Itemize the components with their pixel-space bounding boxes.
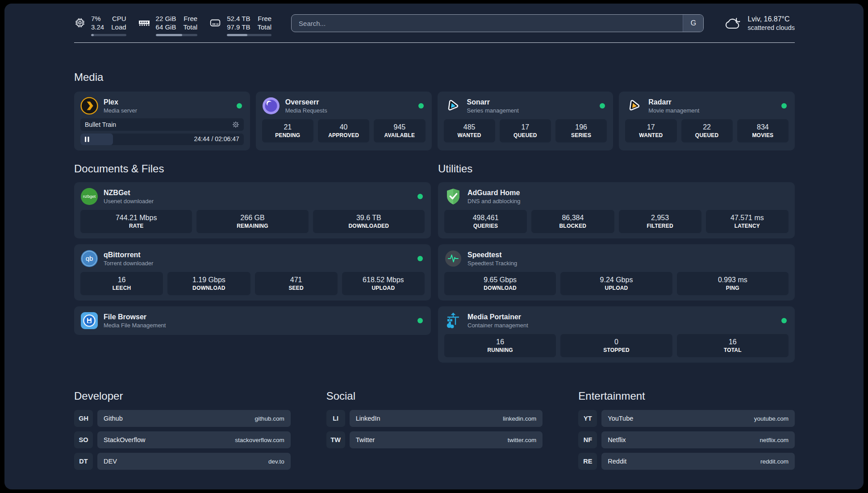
social-section: Social LI LinkedIn linkedin.com TW Twitt… bbox=[326, 389, 543, 448]
app-name: Media Portainer bbox=[467, 313, 528, 322]
link-bar[interactable]: LinkedIn linkedin.com bbox=[350, 410, 543, 427]
ram-label-top: Free bbox=[183, 14, 197, 23]
link-bar[interactable]: Netflix netflix.com bbox=[601, 431, 795, 448]
ram-stat: 22 GiB Free 64 GiB Total bbox=[138, 14, 198, 36]
stat-blocked: 86,384 BLOCKED bbox=[531, 210, 614, 233]
plex-icon bbox=[80, 97, 98, 115]
playback-progress-bar[interactable]: 24:44 / 02:06:47 bbox=[80, 134, 244, 145]
app-card-speedtest[interactable]: Speedtest Speedtest Tracking 9.65 Gbps D… bbox=[438, 244, 795, 301]
entertainment-section: Entertainment YT YouTube youtube.com NF … bbox=[578, 389, 795, 470]
link-youtube[interactable]: YT YouTube youtube.com bbox=[578, 410, 795, 427]
utilities-column: AdGuard Home DNS and adblocking 498,461 … bbox=[438, 182, 795, 363]
now-playing-row: Bullet Train bbox=[80, 118, 244, 131]
disk-label-bottom: Total bbox=[257, 23, 271, 31]
link-bar[interactable]: YouTube youtube.com bbox=[601, 410, 795, 427]
search-input[interactable] bbox=[291, 14, 704, 32]
link-stackoverflow[interactable]: SO StackOverflow stackoverflow.com bbox=[74, 431, 291, 448]
cpu-stat: 7% CPU 3.24 Load bbox=[74, 14, 126, 36]
stat-wanted: 17 WANTED bbox=[625, 119, 676, 142]
stat-approved: 40 APPROVED bbox=[318, 119, 369, 142]
cloud-icon bbox=[724, 16, 742, 30]
status-online-dot bbox=[417, 256, 423, 261]
app-description: Media server bbox=[104, 107, 137, 114]
stat-leech: 16 LEECH bbox=[80, 272, 163, 295]
stat-download: 1.19 Gbps DOWNLOAD bbox=[167, 272, 250, 295]
app-head-adguard[interactable]: AdGuard Home DNS and adblocking bbox=[444, 188, 789, 205]
section-title-social: Social bbox=[326, 389, 543, 403]
nzbget-icon: nzbget bbox=[80, 188, 98, 205]
pause-icon[interactable] bbox=[85, 137, 89, 142]
link-github[interactable]: GH Github github.com bbox=[74, 410, 291, 427]
link-abbr-badge: NF bbox=[578, 431, 597, 448]
app-description: Usenet downloader bbox=[104, 197, 154, 205]
stat-rate: 744.21 Mbps RATE bbox=[80, 210, 192, 233]
app-head-overseerr[interactable]: Overseerr Media Requests bbox=[262, 97, 426, 115]
documents-column: nzbget NZBGet Usenet downloader 744.21 M… bbox=[74, 182, 431, 335]
section-title-utilities: Utilities bbox=[438, 162, 795, 175]
link-abbr-badge: GH bbox=[74, 410, 93, 427]
ram-free-value: 22 GiB bbox=[156, 14, 176, 23]
app-card-adguard[interactable]: AdGuard Home DNS and adblocking 498,461 … bbox=[438, 182, 795, 238]
ram-label-bottom: Total bbox=[183, 23, 197, 31]
link-reddit[interactable]: RE Reddit reddit.com bbox=[578, 453, 795, 470]
link-dev[interactable]: DT DEV dev.to bbox=[74, 453, 291, 470]
middle-columns: Documents & Files Utilities nzbget NZBGe… bbox=[74, 162, 795, 363]
link-twitter[interactable]: TW Twitter twitter.com bbox=[326, 431, 543, 448]
status-online-dot bbox=[417, 194, 423, 199]
radarr-icon bbox=[625, 97, 643, 115]
system-stats: 7% CPU 3.24 Load 22 GiB Free 64 GiB Tota… bbox=[74, 13, 271, 36]
disk-free-value: 52.4 TB bbox=[227, 14, 250, 23]
link-bar[interactable]: StackOverflow stackoverflow.com bbox=[97, 431, 291, 448]
weather-location-temp: Lviv, 16.87°C bbox=[747, 14, 795, 24]
app-name: NZBGet bbox=[104, 188, 154, 197]
app-name: Speedtest bbox=[467, 251, 517, 259]
status-online-dot bbox=[781, 318, 787, 323]
cpu-icon bbox=[74, 17, 86, 29]
link-bar[interactable]: Reddit reddit.com bbox=[601, 453, 795, 470]
section-title-documents: Documents & Files bbox=[74, 162, 431, 175]
app-card-nzbget[interactable]: nzbget NZBGet Usenet downloader 744.21 M… bbox=[74, 182, 431, 238]
section-title-developer: Developer bbox=[74, 389, 291, 403]
app-card-plex[interactable]: Plex Media server Bullet Train bbox=[74, 92, 250, 150]
dashboard: 7% CPU 3.24 Load 22 GiB Free 64 GiB Tota… bbox=[4, 4, 864, 489]
status-online-dot bbox=[237, 103, 242, 109]
stat-movies: 834 MOVIES bbox=[737, 119, 789, 142]
app-head-nzbget[interactable]: nzbget NZBGet Usenet downloader bbox=[80, 188, 425, 205]
link-bar[interactable]: DEV dev.to bbox=[97, 453, 291, 470]
app-name: Plex bbox=[104, 98, 137, 107]
app-card-portainer[interactable]: Media Portainer Container management 16 … bbox=[438, 306, 795, 363]
link-abbr-badge: SO bbox=[74, 431, 93, 448]
app-head-radarr[interactable]: Radarr Movie management bbox=[625, 97, 789, 115]
app-card-sonarr[interactable]: Sonarr Series management 485 WANTED 17 Q… bbox=[438, 92, 613, 150]
app-card-filebrowser[interactable]: File Browser Media File Management bbox=[74, 306, 431, 335]
app-card-qbittorrent[interactable]: qb qBittorrent Torrent downloader 16 LEE… bbox=[74, 244, 431, 301]
stat-downloaded: 39.6 TB DOWNLOADED bbox=[313, 210, 425, 233]
app-head-sonarr[interactable]: Sonarr Series management bbox=[444, 97, 607, 115]
app-head-speedtest[interactable]: Speedtest Speedtest Tracking bbox=[444, 250, 789, 267]
app-head-filebrowser[interactable]: File Browser Media File Management bbox=[80, 312, 425, 330]
settings-icon[interactable] bbox=[232, 121, 239, 128]
cpu-progress-bar bbox=[91, 34, 126, 36]
stat-upload: 618.52 Mbps UPLOAD bbox=[342, 272, 425, 295]
link-bar[interactable]: Twitter twitter.com bbox=[350, 431, 543, 448]
link-linkedin[interactable]: LI LinkedIn linkedin.com bbox=[326, 410, 543, 427]
app-name: File Browser bbox=[104, 313, 166, 322]
app-card-radarr[interactable]: Radarr Movie management 17 WANTED 22 QUE… bbox=[619, 92, 795, 150]
app-name: Overseerr bbox=[285, 98, 327, 107]
speedtest-icon bbox=[444, 250, 462, 267]
playback-time: 24:44 / 02:06:47 bbox=[194, 135, 239, 142]
search-engine-button[interactable]: G bbox=[683, 15, 703, 32]
app-card-overseerr[interactable]: Overseerr Media Requests 21 PENDING 40 A… bbox=[256, 92, 432, 150]
cpu-label-top: CPU bbox=[111, 14, 126, 23]
app-head-plex[interactable]: Plex Media server bbox=[80, 97, 244, 115]
search-bar: G bbox=[291, 14, 704, 32]
portainer-icon bbox=[444, 312, 462, 330]
weather-condition: scattered clouds bbox=[747, 24, 795, 32]
app-description: Speedtest Tracking bbox=[467, 259, 517, 267]
link-netflix[interactable]: NF Netflix netflix.com bbox=[578, 431, 795, 448]
app-head-portainer[interactable]: Media Portainer Container management bbox=[444, 312, 789, 330]
stat-upload: 9.24 Gbps UPLOAD bbox=[560, 272, 672, 295]
app-head-qbittorrent[interactable]: qb qBittorrent Torrent downloader bbox=[80, 250, 425, 267]
filebrowser-icon bbox=[80, 312, 98, 330]
link-bar[interactable]: Github github.com bbox=[97, 410, 291, 427]
